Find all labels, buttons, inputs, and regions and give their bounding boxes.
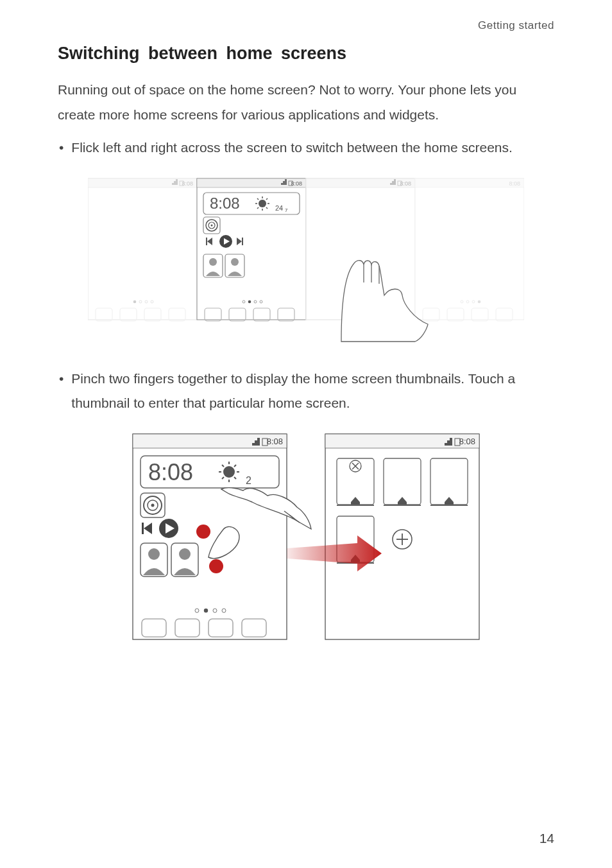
bullet-dot: • — [59, 135, 64, 161]
figure-2: 8:08 8:08 2 — [58, 429, 554, 660]
running-header: Getting started — [58, 19, 554, 32]
figure-1: 8:08 — [58, 173, 554, 343]
svg-rect-113 — [430, 505, 468, 506]
svg-rect-109 — [337, 505, 374, 506]
svg-rect-111 — [384, 505, 421, 506]
svg-rect-31 — [206, 238, 207, 245]
svg-rect-64 — [414, 178, 524, 322]
temperature: 24 — [275, 204, 283, 212]
bullet-row-2: • Pinch two fingers together to display … — [58, 367, 554, 417]
figure-2-svg: 8:08 8:08 2 — [126, 429, 486, 660]
page-number: 14 — [540, 831, 554, 846]
svg-point-122 — [196, 525, 210, 539]
status-time-right: 8:08 — [459, 437, 475, 446]
svg-point-38 — [209, 258, 217, 266]
svg-point-69 — [223, 466, 235, 478]
status-time-left: 8:08 — [267, 437, 283, 446]
bullet-text-2: Pinch two fingers together to display th… — [71, 367, 554, 417]
clock-time-l: 8:08 — [148, 459, 193, 485]
page: Getting started Switching between home s… — [0, 0, 612, 868]
play-icon-l — [159, 519, 178, 538]
figure-1-svg: 8:08 — [88, 173, 524, 343]
add-icon — [393, 530, 412, 549]
svg-rect-36 — [242, 238, 243, 245]
close-icon — [350, 460, 361, 472]
svg-rect-83 — [142, 523, 144, 534]
play-icon — [219, 235, 232, 248]
bullet-row-1: • Flick left and right across the screen… — [58, 135, 554, 161]
svg-point-82 — [151, 504, 155, 507]
clock-time: 8:08 — [210, 195, 240, 212]
intro-paragraph: Running out of space on the home screen?… — [58, 78, 554, 128]
svg-point-90 — [179, 548, 191, 560]
svg-point-16 — [259, 200, 266, 207]
svg-text:2: 2 — [246, 475, 251, 486]
bullet-dot: • — [59, 367, 64, 392]
bullet-text-1: Flick left and right across the screen t… — [71, 135, 554, 161]
svg-point-92 — [204, 609, 208, 612]
svg-point-40 — [231, 258, 239, 266]
svg-point-123 — [209, 559, 223, 573]
svg-point-42 — [248, 300, 251, 303]
svg-point-88 — [148, 548, 160, 560]
svg-rect-100 — [325, 434, 479, 448]
svg-point-29 — [211, 224, 213, 226]
svg-rect-13 — [197, 178, 306, 187]
svg-rect-11 — [88, 178, 198, 322]
svg-text:7: 7 — [285, 207, 288, 213]
section-title: Switching between home screens — [58, 44, 554, 64]
svg-rect-66 — [133, 434, 287, 448]
